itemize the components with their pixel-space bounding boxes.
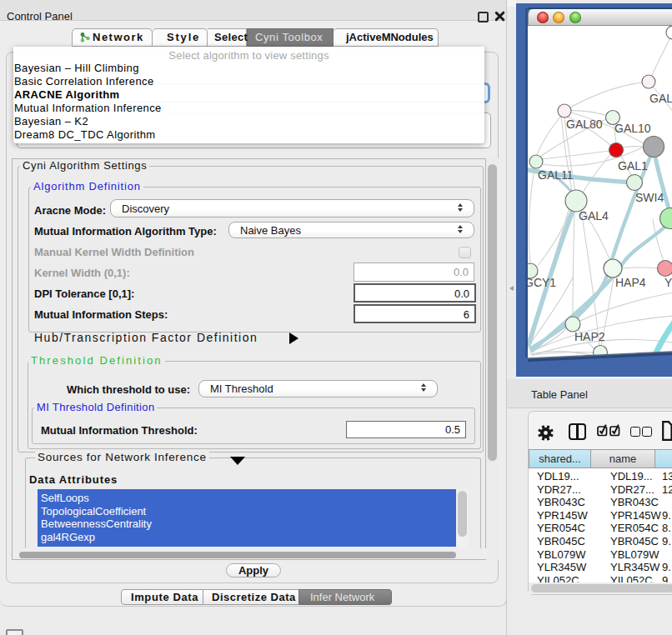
svg-text:GAL80: GAL80 (566, 118, 603, 131)
svg-text:GAL4: GAL4 (579, 209, 609, 222)
svg-text:GCY1: GCY1 (528, 276, 556, 289)
svg-text:HAP2: HAP2 (574, 330, 605, 343)
svg-text:GAL10: GAL10 (614, 122, 651, 135)
svg-text:HAP4: HAP4 (615, 276, 646, 289)
svg-text:SWI4: SWI4 (635, 191, 664, 204)
svg-text:GAL1: GAL1 (618, 159, 648, 172)
svg-text:YD: YD (664, 276, 672, 289)
svg-text:GAL80: GAL80 (649, 92, 672, 105)
svg-text:GAL11: GAL11 (538, 168, 574, 182)
